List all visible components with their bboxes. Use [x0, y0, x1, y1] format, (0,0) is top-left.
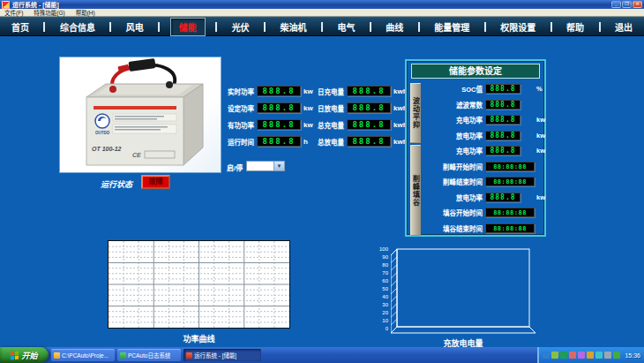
tray-icon[interactable] [613, 352, 620, 359]
taskbar-item-run-system[interactable]: 运行系统 - [储能] [183, 349, 261, 361]
y-tick: 100 [371, 246, 388, 252]
y-tick: 0 [371, 326, 388, 331]
nav-separator [43, 22, 45, 32]
taskbar-item-label: C:\PCAuto\Proje... [62, 352, 109, 359]
power-curve-chart [108, 240, 290, 329]
led-display: 888.8 [257, 86, 301, 96]
led-display: 888.8 [347, 119, 391, 130]
start-stop-value [247, 162, 273, 170]
nav-item-electrical[interactable]: 电气 [333, 19, 359, 35]
nav-separator [158, 22, 160, 32]
param-row-valley-start-time: 填谷开始时间 88:88:88 [423, 205, 543, 221]
nav-item-energy-mgmt[interactable]: 能量管理 [430, 19, 474, 35]
nav-separator [484, 22, 486, 32]
metric-unit: h [303, 138, 308, 146]
power-curve-label: 功率曲线 [108, 333, 290, 344]
nav-item-home[interactable]: 首页 [7, 19, 34, 35]
param-label: SOC值 [423, 84, 483, 94]
nav-separator [599, 22, 601, 32]
nav-separator [264, 22, 266, 32]
nav-separator [215, 22, 217, 32]
param-row-charge-power-2: 充电功率 888.8 kw [423, 143, 543, 159]
app-window: 运行系统 - [储能] _ ❐ ✕ 文件(F) 特殊功能(G) 帮助(H) 首页… [0, 0, 644, 363]
taskbar-item-explorer[interactable]: C:\PCAuto\Proje... [51, 349, 115, 361]
metric-daily-discharge: 日放电量 888.8 kwh [311, 102, 408, 113]
nav-item-diesel[interactable]: 柴油机 [276, 19, 311, 35]
taskbar: 开始 C:\PCAuto\Proje... PCAuto日志系统 运行系统 - … [0, 347, 644, 363]
tray-icon[interactable] [595, 352, 603, 359]
menu-file[interactable]: 文件(F) [4, 8, 23, 17]
close-button[interactable]: ✕ [633, 1, 642, 8]
tray-icon[interactable] [560, 352, 567, 359]
battery-brand: OUTDO [95, 131, 110, 135]
y-tick: 10 [371, 318, 388, 323]
param-unit: % [536, 85, 543, 93]
start-stop-dropdown[interactable]: ▼ [246, 161, 285, 171]
y-axis-ticks: 100 90 80 70 60 50 40 30 20 10 0 [371, 246, 388, 331]
start-button-label: 开始 [21, 350, 37, 361]
param-label: 滤波常数 [423, 100, 483, 110]
menu-special-functions[interactable]: 特殊功能(G) [34, 8, 64, 17]
ce-mark: CE [132, 152, 141, 158]
tray-icon[interactable] [569, 352, 576, 359]
nav-item-permissions[interactable]: 权限设置 [496, 19, 540, 35]
led-display: 888.8 [257, 102, 301, 113]
metric-active-power: 有功功率 888.8 kw [221, 119, 313, 130]
tray-icon[interactable] [604, 352, 611, 359]
tray-icon[interactable] [578, 352, 585, 359]
tray-clock[interactable]: 15:36 [625, 352, 640, 359]
param-row-discharge-power-2: 放电功率 888.8 kw [423, 190, 543, 206]
y-tick: 40 [371, 294, 388, 299]
chart-grid [109, 241, 289, 328]
nav-separator [321, 22, 323, 32]
led-display: 88:88:88 [485, 208, 535, 217]
led-display: 888.8 [347, 86, 391, 96]
y-tick: 50 [371, 286, 388, 291]
metric-label: 实时功率 [221, 87, 254, 96]
nav-item-help[interactable]: 帮助 [562, 19, 588, 35]
led-display: 88:88:88 [485, 162, 535, 171]
metric-label: 日放电量 [311, 103, 344, 113]
nav-item-overview[interactable]: 综合信息 [56, 19, 100, 35]
battery-image: OUTDO OT 100-12 CE [60, 57, 221, 172]
param-unit: kw [536, 132, 545, 140]
param-label: 削峰结束时间 [423, 177, 483, 186]
taskbar-item-label: PCAuto日志系统 [128, 351, 170, 359]
energy-metrics-column: 日充电量 888.8 kwh 日放电量 888.8 kwh 总充电量 888.8… [311, 86, 408, 147]
minimize-button[interactable]: _ [611, 1, 621, 8]
taskbar-item-label: 运行系统 - [储能] [194, 351, 236, 359]
taskbar-item-log-system[interactable]: PCAuto日志系统 [117, 349, 181, 361]
metric-set-power: 设定功率 888.8 kw [221, 102, 313, 113]
led-display: 88:88:88 [485, 223, 535, 233]
windows-logo-icon [11, 351, 19, 359]
param-label: 放电功率 [423, 131, 483, 140]
metric-total-charge: 总充电量 888.8 kwh [311, 119, 408, 130]
led-display: 888.8 [347, 102, 391, 113]
menu-help[interactable]: 帮助(H) [76, 8, 95, 17]
metric-total-discharge: 总放电量 888.8 kwh [311, 136, 408, 147]
param-row-discharge-power: 放电功率 888.8 kw [423, 128, 543, 144]
nav-item-wind[interactable]: 风电 [122, 19, 148, 35]
nav-item-exit[interactable]: 退出 [610, 19, 637, 35]
tray-icon[interactable] [551, 352, 558, 359]
y-tick: 80 [371, 262, 388, 268]
tray-icon[interactable] [543, 352, 550, 359]
metric-label: 有功功率 [221, 120, 254, 130]
param-label: 削峰开始时间 [423, 162, 483, 171]
chevron-down-icon[interactable]: ▼ [273, 162, 284, 170]
app-icon [186, 352, 192, 359]
nav-item-pv[interactable]: 光伏 [228, 19, 254, 35]
restore-button[interactable]: ❐ [622, 1, 632, 8]
led-display: 88:88:88 [485, 177, 535, 186]
tray-icon[interactable] [587, 352, 594, 359]
param-row-soc: SOC值 888.8 % [423, 81, 543, 97]
metric-label: 运行时间 [221, 137, 254, 147]
nav-item-curves[interactable]: 曲线 [381, 19, 408, 35]
start-stop-label: 启/停 [227, 163, 243, 172]
title-bar: 运行系统 - [储能] _ ❐ ✕ [0, 0, 644, 9]
start-button[interactable]: 开始 [0, 347, 49, 363]
run-status-label: 运行状态 [101, 178, 132, 190]
param-unit: kw [536, 193, 545, 201]
metric-daily-charge: 日充电量 888.8 kwh [311, 86, 408, 96]
nav-item-storage[interactable]: 储能 [170, 18, 206, 36]
